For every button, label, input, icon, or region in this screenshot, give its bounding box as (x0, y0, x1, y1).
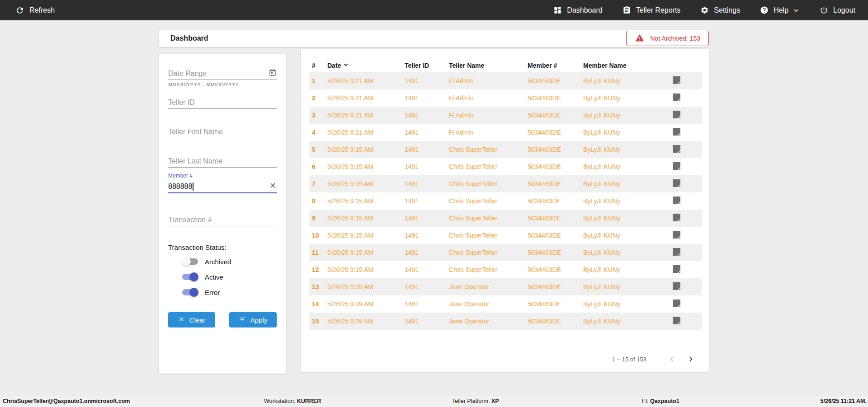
table-row[interactable]: 14 5/26/25 9:09 AM 1491 Jane Operator 50… (309, 295, 702, 313)
toggle-error[interactable]: Error (182, 286, 220, 298)
nav-dashboard[interactable]: Dashboard (553, 6, 602, 14)
cell-date: 5/26/25 9:15 AM (327, 215, 405, 222)
page-title: Dashboard (170, 34, 208, 42)
cell-note[interactable] (672, 265, 702, 275)
note-icon[interactable] (673, 145, 680, 154)
nav-teller-reports[interactable]: Teller Reports (623, 6, 681, 14)
clear-button[interactable]: Clear (168, 312, 215, 327)
cell-member-num: 5034463DE (528, 283, 583, 290)
clear-x-icon (178, 316, 185, 324)
table-row[interactable]: 5 5/26/25 9:15 AM 1491 Chris SuperTeller… (309, 141, 702, 158)
cell-note[interactable] (672, 76, 702, 86)
note-icon[interactable] (673, 162, 680, 172)
teller-first-name-field[interactable]: Teller First Name (168, 126, 277, 138)
table-row[interactable]: 15 5/26/25 9:09 AM 1491 Jane Operator 50… (309, 313, 702, 330)
cell-date: 5/26/25 9:15 AM (327, 249, 405, 256)
nav-help[interactable]: Help (760, 6, 800, 14)
cell-note[interactable] (672, 231, 702, 240)
col-header-member-name[interactable]: Member Name (583, 62, 672, 69)
teller-last-name-field[interactable]: Teller Last Name (168, 155, 277, 168)
cell-teller-id: 1491 (405, 129, 449, 136)
cell-teller-id: 1491 (405, 146, 449, 153)
cell-note[interactable] (672, 179, 702, 189)
table-row[interactable]: 1 5/26/25 9:21 AM 1491 Fi Admin 5034463D… (309, 72, 702, 89)
filter-panel: Date Range MM/DD/YYYY – MM/DD/YYYY Telle… (159, 54, 286, 374)
table-row[interactable]: 3 5/26/25 9:21 AM 1491 Fi Admin 5034463D… (309, 107, 702, 124)
cell-note[interactable] (672, 299, 702, 309)
cell-num: 3 (309, 112, 327, 119)
table-row[interactable]: 10 5/26/25 9:15 AM 1491 Chris SuperTelle… (309, 227, 702, 244)
table-row[interactable]: 2 5/26/25 9:21 AM 1491 Fi Admin 5034463D… (309, 89, 702, 107)
cell-note[interactable] (672, 248, 702, 257)
not-archived-badge[interactable]: Not Archived: 153 (626, 31, 709, 46)
cell-note[interactable] (672, 196, 702, 206)
note-icon[interactable] (673, 231, 680, 240)
note-icon[interactable] (673, 94, 680, 103)
note-icon[interactable] (673, 299, 680, 309)
cell-member-num: 5034463DE (528, 77, 583, 84)
cell-member-num: 5034463DE (528, 300, 583, 308)
table-row[interactable]: 12 5/26/25 9:15 AM 1491 Chris SuperTelle… (309, 261, 702, 278)
cell-date: 5/26/25 9:09 AM (327, 283, 405, 290)
table-row[interactable]: 8 5/26/25 9:15 AM 1491 Chris SuperTeller… (309, 192, 702, 210)
table-row[interactable]: 9 5/26/25 9:15 AM 1491 Chris SuperTeller… (309, 210, 702, 227)
note-icon[interactable] (673, 179, 680, 189)
col-header-member-num[interactable]: Member # (528, 62, 583, 69)
cell-note[interactable] (672, 111, 702, 120)
cell-member-num: 5034463DE (528, 112, 583, 119)
note-icon[interactable] (673, 111, 680, 120)
next-page-button[interactable] (685, 354, 696, 365)
cell-date: 5/26/25 9:15 AM (327, 232, 405, 239)
col-header-teller-name[interactable]: Teller Name (449, 62, 528, 69)
table-row[interactable]: 4 5/26/25 9:21 AM 1491 Fi Admin 5034463D… (309, 124, 702, 141)
cell-note[interactable] (672, 214, 702, 223)
table-row[interactable]: 13 5/26/25 9:09 AM 1491 Jane Operator 50… (309, 278, 702, 295)
col-header-date-label: Date (327, 62, 341, 69)
cell-member-num: 5034463DE (528, 249, 583, 256)
toggle-error-switch[interactable] (182, 288, 198, 297)
cell-note[interactable] (672, 94, 702, 103)
cell-note[interactable] (672, 128, 702, 137)
cell-member-name: ByLyJI KUNy (583, 266, 672, 273)
transaction-number-field[interactable]: Transaction # (168, 214, 277, 226)
table-row[interactable]: 6 5/26/25 9:15 AM 1491 Chris SuperTeller… (309, 158, 702, 175)
cell-note[interactable] (672, 145, 702, 154)
note-icon[interactable] (673, 196, 680, 206)
toggle-active-switch[interactable] (182, 272, 198, 281)
date-range-field[interactable]: Date Range MM/DD/YYYY – MM/DD/YYYY (168, 68, 277, 87)
pagination: 1 – 15 of 153 (612, 354, 696, 365)
note-icon[interactable] (673, 282, 680, 292)
cell-member-name: ByLyJI KUNy (583, 249, 672, 256)
toggle-archived[interactable]: Archived (182, 256, 231, 267)
clear-member-icon[interactable] (269, 182, 277, 191)
note-icon[interactable] (673, 76, 680, 86)
nav-logout[interactable]: Logout (820, 6, 855, 14)
note-icon[interactable] (673, 248, 680, 257)
apply-button[interactable]: Apply (229, 312, 277, 327)
member-number-field[interactable]: Member # 888888 (168, 173, 277, 193)
teller-id-field[interactable]: Teller ID (168, 97, 277, 109)
col-header-teller-id[interactable]: Teller ID (405, 62, 449, 69)
calendar-icon[interactable] (269, 69, 277, 79)
prev-page-button[interactable] (666, 354, 677, 365)
toggle-archived-switch[interactable] (182, 257, 198, 266)
note-icon[interactable] (673, 214, 680, 223)
note-icon[interactable] (673, 265, 680, 275)
refresh-button[interactable]: Refresh (15, 6, 55, 15)
toggle-active[interactable]: Active (182, 271, 223, 283)
table-row[interactable]: 11 5/26/25 9:15 AM 1491 Chris SuperTelle… (309, 244, 702, 261)
cell-num: 4 (309, 129, 327, 136)
note-icon[interactable] (673, 317, 680, 326)
table-row[interactable]: 7 5/26/25 9:15 AM 1491 Chris SuperTeller… (309, 175, 702, 192)
nav-settings[interactable]: Settings (700, 6, 740, 14)
note-icon[interactable] (673, 128, 680, 137)
cell-note[interactable] (672, 162, 702, 172)
cell-note[interactable] (672, 282, 702, 292)
col-header-date[interactable]: Date (327, 61, 405, 70)
cell-member-name: ByLyJI KUNy (583, 197, 672, 205)
cell-member-name: ByLyJI KUNy (583, 180, 672, 187)
nav-teller-reports-label: Teller Reports (636, 6, 681, 14)
cell-note[interactable] (672, 317, 702, 326)
teller-id-placeholder: Teller ID (168, 98, 195, 107)
cell-teller-id: 1491 (405, 283, 449, 290)
